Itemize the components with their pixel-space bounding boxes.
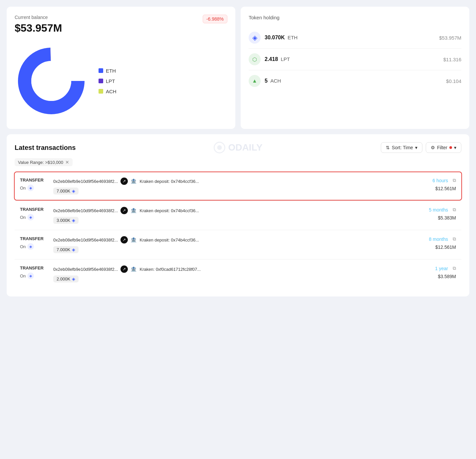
ext-link-3[interactable]: ⧉ xyxy=(453,236,456,242)
tx-on-4: On ◈ xyxy=(20,272,53,279)
tx-type-col-1: TRANSFER On ◈ xyxy=(20,178,53,191)
legend-ach: ACH xyxy=(99,89,117,94)
tx-amount-tag-3: 7.000K ◈ xyxy=(53,246,79,253)
legend-dot-eth xyxy=(99,68,103,73)
tx-on-3: On ◈ xyxy=(20,243,53,250)
ext-link-2[interactable]: ⧉ xyxy=(453,207,456,213)
tx-addr-line-2: 0x2eb08efb9e10d9f56e46938f2... ↗ 🏦 Krake… xyxy=(53,207,413,214)
tx-from-3: 0x2eb08efb9e10d9f56e46938f2... xyxy=(53,237,118,242)
tx-right-3: 8 months ⧉ $12.561M xyxy=(413,236,456,250)
tx-to-4: Kraken: 0xf0cad61712fc28f07... xyxy=(139,267,201,272)
tx-to-3: Kraken deposit: 0x74b4ccf36... xyxy=(139,237,199,242)
kraken-icon-3: 🏦 xyxy=(130,237,137,243)
tx-on-label-3: On xyxy=(20,244,26,249)
token-info-eth: 30.070K ETH xyxy=(265,35,298,41)
sort-label: Sort: Time xyxy=(392,145,413,150)
token-usd-lpt: $11.316 xyxy=(443,57,461,62)
donut-chart xyxy=(15,44,88,118)
tx-amount-line-3: 7.000K ◈ xyxy=(53,246,413,253)
tx-on-2: On ◈ xyxy=(20,214,53,221)
token-symbol-ach: ACH xyxy=(270,78,281,84)
token-row-lpt: ⬡ 2.418 LPT $11.316 xyxy=(249,49,461,70)
tx-on-label-2: On xyxy=(20,215,26,220)
token-holding-label: Token holding xyxy=(249,15,461,20)
filter-button[interactable]: ⚙ Filter ▾ xyxy=(426,142,461,153)
filter-icon: ⚙ xyxy=(431,145,435,150)
sort-icon: ⇅ xyxy=(386,145,390,150)
filter-label: Filter xyxy=(437,145,447,150)
chart-legend: ETH LPT ACH xyxy=(99,68,117,94)
tx-arrow-2: ↗ xyxy=(120,207,128,214)
tx-type-col-4: TRANSFER On ◈ xyxy=(20,265,53,279)
tx-from-1: 0x2eb08efb9e10d9f56e46938f2... xyxy=(53,179,118,184)
token-amount-lpt: 2.418 xyxy=(265,56,278,62)
tx-addr-line-1: 0x2eb08efb9e10d9f56e46938f2... ↗ 🏦 Krake… xyxy=(53,178,413,185)
tx-chain-icon-1: ◈ xyxy=(27,185,34,191)
token-symbol-eth: ETH xyxy=(288,35,298,40)
token-info-lpt: 2.418 LPT xyxy=(265,56,290,62)
filter-chevron-icon: ▾ xyxy=(454,145,456,150)
token-symbol-lpt: LPT xyxy=(281,56,290,62)
tx-usd-1: $12.561M xyxy=(435,186,456,191)
transaction-row-4: TRANSFER On ◈ 0x2eb08efb9e10d9f56e46938f… xyxy=(15,259,461,288)
ext-link-4[interactable]: ⧉ xyxy=(453,265,456,271)
tx-usd-3: $12.561M xyxy=(435,244,456,250)
ext-link-1[interactable]: ⧉ xyxy=(453,178,456,183)
kraken-icon-2: 🏦 xyxy=(130,208,137,214)
tx-time-2: 5 months xyxy=(429,207,448,213)
token-icon-lpt: ⬡ xyxy=(249,53,261,65)
sort-button[interactable]: ⇅ Sort: Time ▾ xyxy=(381,142,422,153)
tx-middle-4: 0x2eb08efb9e10d9f56e46938f2... ↗ 🏦 Krake… xyxy=(53,265,413,282)
tx-time-4: 1 year xyxy=(435,266,448,271)
tx-middle-3: 0x2eb08efb9e10d9f56e46938f2... ↗ 🏦 Krake… xyxy=(53,236,413,253)
tx-amount-tag-1: 7.000K ◈ xyxy=(53,188,79,195)
tx-chain-icon-2: ◈ xyxy=(27,214,34,221)
tx-to-2: Kraken deposit: 0x74b4ccf36... xyxy=(139,208,199,213)
tx-from-4: 0x2eb08efb9e10d9f56e46938f2... xyxy=(53,267,118,272)
legend-dot-ach xyxy=(99,89,103,94)
tx-time-1: 6 hours xyxy=(432,178,448,183)
tx-time-3: 8 months xyxy=(429,236,448,242)
tx-type-1: TRANSFER xyxy=(20,178,53,183)
filter-tag: Value Range: >$10,000 ✕ xyxy=(15,158,73,166)
tx-chain-icon-4: ◈ xyxy=(27,272,34,279)
legend-label-lpt: LPT xyxy=(106,78,115,84)
transaction-row-1: TRANSFER On ◈ 0x2eb08efb9e10d9f56e46938f… xyxy=(14,172,462,201)
token-row-eth: ◈ 30.070K ETH $53.957M xyxy=(249,27,461,49)
transaction-row-3: TRANSFER On ◈ 0x2eb08efb9e10d9f56e46938f… xyxy=(15,230,461,259)
balance-card: Current balance $53.957M -6.988% ETH xyxy=(7,7,235,129)
token-amount-eth: 30.070K xyxy=(265,35,285,40)
tx-on-label-1: On xyxy=(20,186,26,191)
legend-eth: ETH xyxy=(99,68,117,74)
tx-chain-icon-3: ◈ xyxy=(27,243,34,250)
legend-label-ach: ACH xyxy=(106,89,117,94)
change-badge: -6.988% xyxy=(203,15,227,23)
sort-chevron-icon: ▾ xyxy=(415,145,417,150)
tx-type-col-2: TRANSFER On ◈ xyxy=(20,207,53,221)
balance-amount: $53.957M xyxy=(15,22,227,34)
tx-type-col-3: TRANSFER On ◈ xyxy=(20,236,53,250)
token-holding-card: Token holding ◈ 30.070K ETH $53.957M ⬡ 2… xyxy=(241,7,469,129)
transactions-title: Latest transactions xyxy=(15,144,377,152)
tx-amount-line-4: 2.000K ◈ xyxy=(53,275,413,282)
tx-amount-line-1: 7.000K ◈ xyxy=(53,188,413,195)
tx-amount-tag-4: 2.000K ◈ xyxy=(53,275,79,282)
tx-on-label-4: On xyxy=(20,273,26,278)
tx-arrow-3: ↗ xyxy=(120,236,128,243)
token-icon-ach: ▲ xyxy=(249,75,261,87)
tx-usd-4: $3.589M xyxy=(438,274,456,279)
tx-on-1: On ◈ xyxy=(20,185,53,191)
transaction-row-2: TRANSFER On ◈ 0x2eb08efb9e10d9f56e46938f… xyxy=(15,201,461,230)
kraken-icon-4: 🏦 xyxy=(130,266,137,272)
tx-right-4: 1 year ⧉ $3.589M xyxy=(413,265,456,279)
filter-tag-close[interactable]: ✕ xyxy=(65,160,69,165)
tx-middle-2: 0x2eb08efb9e10d9f56e46938f2... ↗ 🏦 Krake… xyxy=(53,207,413,224)
tx-amount-tag-2: 3.000K ◈ xyxy=(53,217,79,224)
tx-addr-line-4: 0x2eb08efb9e10d9f56e46938f2... ↗ 🏦 Krake… xyxy=(53,265,413,273)
filter-active-dot xyxy=(449,146,452,149)
tx-addr-line-3: 0x2eb08efb9e10d9f56e46938f2... ↗ 🏦 Krake… xyxy=(53,236,413,243)
tx-right-2: 5 months ⧉ $5.383M xyxy=(413,207,456,221)
tx-middle-1: 0x2eb08efb9e10d9f56e46938f2... ↗ 🏦 Krake… xyxy=(53,178,413,195)
tx-arrow-1: ↗ xyxy=(120,178,128,185)
transactions-section: Latest transactions ODAILY ⇅ Sort: Time … xyxy=(7,134,469,296)
